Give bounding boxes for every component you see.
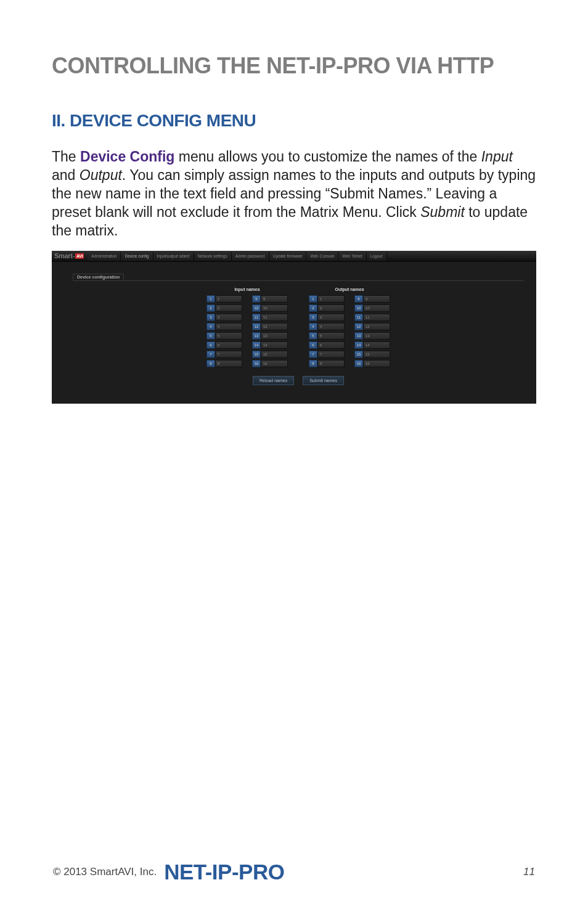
output-row: 1616 bbox=[354, 360, 390, 367]
output-names-group: Output names 1122334455667788 9910101111… bbox=[309, 287, 390, 367]
intro-paragraph: The Device Config menu allows you to cus… bbox=[52, 148, 536, 240]
product-name: NET-IP-PRO bbox=[164, 860, 284, 884]
input-number-badge: 9 bbox=[252, 295, 261, 303]
input-name-input[interactable]: 15 bbox=[261, 351, 288, 358]
output-row: 55 bbox=[309, 332, 345, 340]
output-name-input[interactable]: 2 bbox=[317, 304, 345, 312]
input-number-badge: 16 bbox=[252, 360, 261, 367]
output-name-input[interactable]: 11 bbox=[363, 314, 390, 321]
output-row: 1212 bbox=[354, 323, 390, 330]
output-row: 88 bbox=[309, 360, 345, 367]
tab-update-firmware[interactable]: Update firmware bbox=[269, 252, 307, 261]
output-number-badge: 10 bbox=[354, 304, 363, 312]
input-name-input[interactable]: 6 bbox=[215, 341, 242, 349]
output-row: 77 bbox=[309, 351, 345, 358]
input-name-input[interactable]: 8 bbox=[215, 360, 242, 367]
output-row: 1111 bbox=[354, 314, 390, 321]
input-name-input[interactable]: 12 bbox=[261, 323, 288, 330]
output-number-badge: 9 bbox=[354, 295, 363, 303]
output-number-badge: 6 bbox=[309, 341, 317, 349]
input-number-badge: 3 bbox=[206, 314, 215, 321]
output-name-input[interactable]: 13 bbox=[363, 332, 390, 340]
input-number-badge: 5 bbox=[206, 332, 215, 340]
input-name-input[interactable]: 5 bbox=[215, 332, 242, 340]
output-name-input[interactable]: 16 bbox=[363, 360, 390, 367]
output-name-input[interactable]: 7 bbox=[317, 351, 345, 358]
input-row: 1515 bbox=[252, 351, 288, 358]
input-row: 22 bbox=[206, 304, 242, 312]
fieldset: Input names 1122334455667788 99101011111… bbox=[73, 280, 524, 394]
output-number-badge: 4 bbox=[309, 323, 317, 330]
output-name-input[interactable]: 9 bbox=[363, 295, 390, 303]
input-name-input[interactable]: 7 bbox=[215, 351, 242, 358]
output-number-badge: 16 bbox=[354, 360, 363, 367]
output-number-badge: 15 bbox=[354, 351, 363, 358]
output-number-badge: 8 bbox=[309, 360, 317, 367]
output-number-badge: 7 bbox=[309, 351, 317, 358]
logo-text: Smart- bbox=[54, 252, 75, 259]
tab-device-config[interactable]: Device config bbox=[121, 252, 153, 261]
output-name-input[interactable]: 6 bbox=[317, 341, 345, 349]
output-number-badge: 3 bbox=[309, 314, 317, 321]
output-row: 11 bbox=[309, 295, 345, 303]
input-name-input[interactable]: 2 bbox=[215, 304, 242, 312]
submit-names-button[interactable]: Submit names bbox=[303, 376, 344, 385]
output-name-input[interactable]: 4 bbox=[317, 323, 345, 330]
tab-admin-password[interactable]: Admin password bbox=[232, 252, 269, 261]
input-row: 33 bbox=[206, 314, 242, 321]
output-row: 33 bbox=[309, 314, 345, 321]
input-name-input[interactable]: 3 bbox=[215, 314, 242, 321]
input-row: 1616 bbox=[252, 360, 288, 367]
input-name-input[interactable]: 16 bbox=[261, 360, 288, 367]
output-name-input[interactable]: 3 bbox=[317, 314, 345, 321]
tab-administration[interactable]: Administration bbox=[88, 252, 121, 261]
output-name-input[interactable]: 1 bbox=[317, 295, 345, 303]
output-row: 1414 bbox=[354, 341, 390, 349]
embedded-ui-screenshot: Smart-AVI AdministrationDevice configInp… bbox=[52, 251, 536, 404]
input-name-input[interactable]: 9 bbox=[261, 295, 288, 303]
output-row: 44 bbox=[309, 323, 345, 330]
input-number-badge: 15 bbox=[252, 351, 261, 358]
input-name-input[interactable]: 13 bbox=[261, 332, 288, 340]
input-row: 11 bbox=[206, 295, 242, 303]
input-name-input[interactable]: 1 bbox=[215, 295, 242, 303]
tab-input-output-select[interactable]: Input/output select bbox=[153, 252, 194, 261]
tab-network-settings[interactable]: Network settings bbox=[194, 252, 232, 261]
output-number-badge: 5 bbox=[309, 332, 317, 340]
output-name-input[interactable]: 15 bbox=[363, 351, 390, 358]
output-number-badge: 12 bbox=[354, 323, 363, 330]
input-number-badge: 4 bbox=[206, 323, 215, 330]
footer: © 2013 SmartAVI, Inc. NET-IP-PRO 11 bbox=[0, 860, 588, 884]
input-row: 1313 bbox=[252, 332, 288, 340]
input-name-input[interactable]: 10 bbox=[261, 304, 288, 312]
output-name-input[interactable]: 8 bbox=[317, 360, 345, 367]
reload-names-button[interactable]: Reload names bbox=[253, 376, 294, 385]
input-row: 55 bbox=[206, 332, 242, 340]
output-row: 22 bbox=[309, 304, 345, 312]
input-number-badge: 8 bbox=[206, 360, 215, 367]
input-row: 1414 bbox=[252, 341, 288, 349]
input-name-input[interactable]: 14 bbox=[261, 341, 288, 349]
output-term: Output bbox=[80, 167, 122, 183]
output-name-input[interactable]: 5 bbox=[317, 332, 345, 340]
input-name-input[interactable]: 11 bbox=[261, 314, 288, 321]
text: and bbox=[52, 167, 80, 183]
output-name-input[interactable]: 10 bbox=[363, 304, 390, 312]
output-row: 66 bbox=[309, 341, 345, 349]
submit-term: Submit bbox=[420, 204, 465, 220]
input-row: 66 bbox=[206, 341, 242, 349]
tab-logout[interactable]: Logout bbox=[367, 252, 387, 261]
input-number-badge: 13 bbox=[252, 332, 261, 340]
input-row: 1212 bbox=[252, 323, 288, 330]
output-name-input[interactable]: 12 bbox=[363, 323, 390, 330]
input-names-group: Input names 1122334455667788 99101011111… bbox=[206, 287, 288, 367]
tab-web-console[interactable]: Web Console bbox=[306, 252, 338, 261]
tab-web-telnet[interactable]: Web Telnet bbox=[338, 252, 366, 261]
page-title: CONTROLLING THE NET-IP-PRO VIA HTTP bbox=[52, 53, 536, 79]
input-number-badge: 2 bbox=[206, 304, 215, 312]
output-name-input[interactable]: 14 bbox=[363, 341, 390, 349]
input-name-input[interactable]: 4 bbox=[215, 323, 242, 330]
output-number-badge: 11 bbox=[354, 314, 363, 321]
input-number-badge: 1 bbox=[206, 295, 215, 303]
input-number-badge: 10 bbox=[252, 304, 261, 312]
